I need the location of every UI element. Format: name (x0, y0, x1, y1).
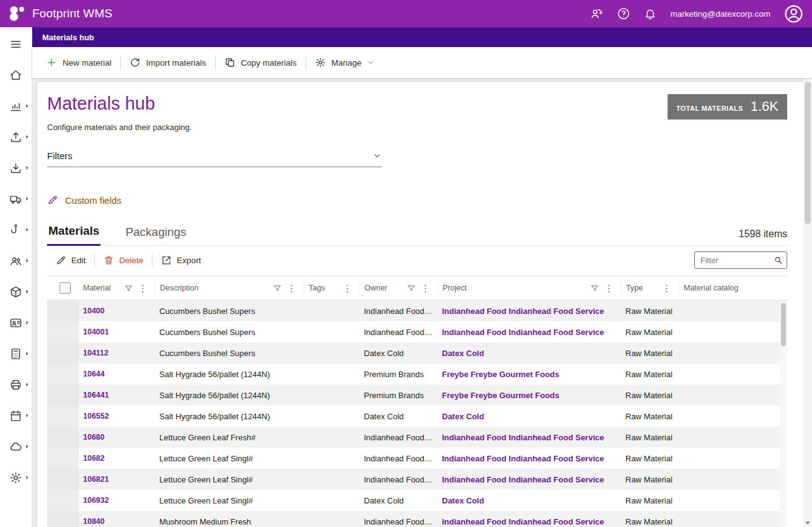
delete-button[interactable]: Delete (95, 251, 152, 269)
select-all-checkbox[interactable] (60, 282, 71, 294)
column-header-material-catalog[interactable]: Material catalog (679, 281, 787, 295)
table-row[interactable]: 10682 Lettuce Green Leaf Singl# Indianhe… (47, 448, 787, 469)
sidebar-item-billing[interactable] (0, 338, 32, 369)
cell-project[interactable]: Indianhead Food Indianhead Food Service (438, 328, 621, 337)
row-select-cell[interactable] (47, 342, 79, 364)
table-row[interactable]: 10644 Salt Hygrade 56/pallet (1244N) Pre… (47, 364, 787, 385)
tab-materials[interactable]: Materials (47, 224, 100, 246)
table-row[interactable]: 104112 Cucumbers Bushel Supers Datex Col… (47, 342, 787, 364)
cell-material[interactable]: 104112 (79, 349, 155, 357)
row-select-cell[interactable] (47, 427, 79, 448)
sidebar-item-inventory[interactable] (0, 276, 32, 307)
bell-icon[interactable] (644, 7, 656, 20)
cell-material[interactable]: 10840 (79, 517, 155, 526)
filters-expander[interactable]: Filters (47, 150, 382, 167)
help-icon[interactable] (617, 7, 630, 20)
cell-project[interactable]: Datex Cold (438, 496, 621, 505)
cell-material[interactable]: 106441 (79, 391, 155, 399)
sidebar-item-home[interactable] (0, 59, 32, 90)
tab-packagings[interactable]: Packagings (124, 225, 187, 245)
column-header-type[interactable]: Type ⋮ (621, 281, 679, 295)
sidebar-item-analytics[interactable] (0, 90, 32, 121)
row-select-cell[interactable] (47, 364, 79, 385)
column-header-tags[interactable]: Tags ⋮ (304, 281, 360, 295)
sidebar-item-outbound[interactable] (0, 121, 32, 152)
edit-button[interactable]: Edit (47, 251, 94, 269)
column-menu-icon[interactable]: ⋮ (421, 284, 430, 293)
new-material-button[interactable]: New material (37, 52, 120, 73)
cell-project[interactable]: Indianhead Food Indianhead Food Service (438, 307, 621, 316)
row-select-cell[interactable] (47, 511, 79, 527)
cell-type: Raw Material (621, 307, 679, 316)
column-header-owner[interactable]: Owner ⋮ (360, 281, 438, 295)
cell-project[interactable]: Indianhead Food Indianhead Food Service (438, 475, 621, 484)
sidebar-item-inbound[interactable] (0, 152, 32, 183)
column-menu-icon[interactable]: ⋮ (662, 284, 671, 293)
row-select-cell[interactable] (47, 490, 79, 511)
custom-fields-link[interactable]: Custom fields (47, 194, 121, 206)
cell-material[interactable]: 104001 (79, 328, 155, 336)
cell-material[interactable]: 106552 (79, 412, 155, 420)
sidebar-item-transportation[interactable] (0, 183, 32, 214)
funnel-icon[interactable] (125, 284, 133, 292)
funnel-icon[interactable] (407, 284, 415, 292)
column-menu-icon[interactable]: ⋮ (343, 284, 352, 293)
cell-material[interactable]: 10682 (79, 454, 155, 463)
cell-material[interactable]: 10680 (79, 433, 155, 442)
avatar-icon[interactable] (784, 4, 803, 24)
row-select-cell[interactable] (47, 385, 79, 406)
row-select-cell[interactable] (47, 321, 79, 342)
sidebar-item-calendar[interactable] (0, 400, 32, 431)
sidebar-item-settings[interactable] (0, 462, 32, 493)
row-select-cell[interactable] (47, 406, 79, 427)
sidebar-item-printing[interactable] (0, 369, 32, 400)
funnel-icon[interactable] (273, 284, 281, 292)
column-menu-icon[interactable]: ⋮ (604, 284, 614, 293)
cell-material[interactable]: 106821 (79, 475, 155, 484)
page-scrollbar[interactable] (803, 78, 812, 527)
row-select-cell[interactable] (47, 469, 79, 490)
user-email[interactable]: marketing@datexcorp.com (670, 9, 770, 19)
cell-material[interactable]: 10400 (79, 307, 155, 315)
cell-material[interactable]: 10644 (79, 370, 155, 378)
column-header-project[interactable]: Project ⋮ (438, 281, 621, 295)
cell-owner: Premium Brands (360, 370, 438, 379)
table-row[interactable]: 10400 Cucumbers Bushel Supers Indianhead… (47, 300, 787, 321)
sidebar-item-labor[interactable] (0, 245, 32, 276)
column-menu-icon[interactable]: ⋮ (287, 284, 296, 293)
row-select-cell[interactable] (47, 300, 79, 321)
column-header-material[interactable]: Material ⋮ (79, 281, 155, 295)
cell-project[interactable]: Datex Cold (438, 412, 621, 421)
sidebar-item-equipment[interactable] (0, 214, 32, 245)
sidebar-item-contacts[interactable] (0, 307, 32, 338)
manage-button[interactable]: Manage (306, 52, 384, 73)
import-materials-button[interactable]: Import materials (121, 52, 215, 73)
scroll-down-arrow-icon[interactable] (805, 521, 810, 525)
cell-project[interactable]: Indianhead Food Indianhead Food Service (438, 433, 621, 442)
scrollbar-thumb[interactable] (781, 303, 786, 346)
column-menu-icon[interactable]: ⋮ (138, 284, 148, 293)
switch-user-icon[interactable] (589, 7, 603, 20)
table-row[interactable]: 106441 Salt Hygrade 56/pallet (1244N) Pr… (47, 385, 787, 406)
cell-project[interactable]: Freybe Freybe Gourmet Foods (438, 391, 621, 400)
row-select-cell[interactable] (47, 448, 79, 469)
funnel-icon[interactable] (591, 284, 599, 292)
scrollbar-thumb[interactable] (805, 82, 811, 224)
table-row[interactable]: 106932 Lettuce Green Leaf Singl# Datex C… (47, 490, 787, 511)
menu-icon[interactable] (0, 28, 32, 59)
sidebar-item-cloud[interactable] (0, 431, 32, 462)
table-row[interactable]: 104001 Cucumbers Bushel Supers Indianhea… (47, 321, 787, 342)
table-row[interactable]: 10840 Mushroom Medium Fresh Indianhead F… (47, 511, 787, 527)
column-header-description[interactable]: Description ⋮ (155, 281, 304, 295)
export-button[interactable]: Export (152, 251, 210, 269)
cell-project[interactable]: Freybe Freybe Gourmet Foods (438, 370, 621, 379)
cell-project[interactable]: Datex Cold (438, 349, 621, 358)
copy-materials-button[interactable]: Copy materials (216, 52, 306, 73)
table-scrollbar[interactable] (780, 301, 787, 527)
cell-material[interactable]: 106932 (79, 496, 155, 505)
table-row[interactable]: 106821 Lettuce Green Leaf Singl# Indianh… (47, 469, 787, 490)
cell-project[interactable]: Indianhead Food Indianhead Food Service (438, 517, 621, 526)
table-row[interactable]: 106552 Salt Hygrade 56/pallet (1244N) Da… (47, 406, 787, 427)
cell-project[interactable]: Indianhead Food Indianhead Food Service (438, 454, 621, 463)
table-row[interactable]: 10680 Lettuce Green Leaf Fresh# Indianhe… (47, 427, 787, 448)
